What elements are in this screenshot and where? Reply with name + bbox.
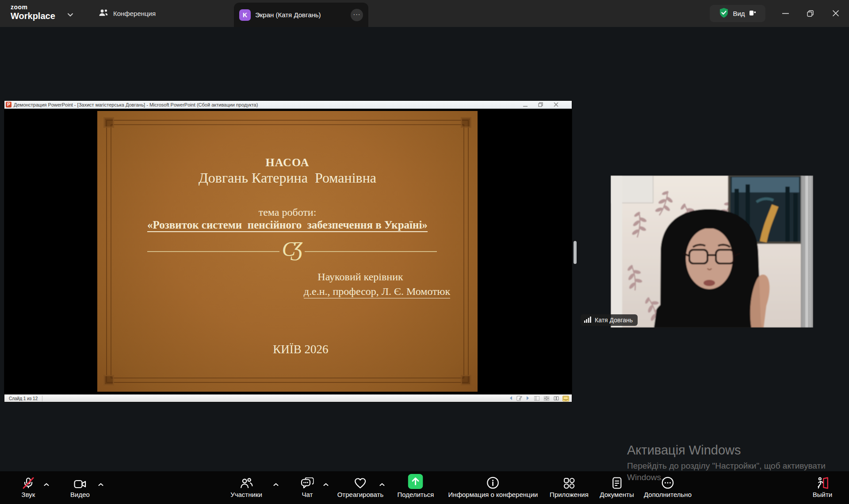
- participants-people-icon: [98, 8, 109, 19]
- apps-grid-icon: [563, 471, 575, 489]
- zoom-workplace-logo: zoom Workplace: [11, 4, 55, 21]
- logo-zoom-text: zoom: [11, 4, 55, 11]
- app-titlebar: zoom Workplace Конференция K Экран (Катя…: [0, 0, 849, 27]
- slide-counter: Слайд 1 из 12: [8, 396, 42, 401]
- layout-view-icon: [749, 10, 756, 18]
- slide-ornament-divider: CƷ: [147, 241, 437, 262]
- share-screen-button-label: Поделиться: [398, 491, 434, 498]
- tab-meeting-label: Конференция: [113, 10, 156, 17]
- view-button-label: Вид: [733, 10, 745, 17]
- meeting-info-button-label: Информация о конференции: [448, 491, 538, 498]
- frame-corner-ornament: [461, 375, 471, 386]
- powerpoint-window-title: Демонстрация PowerPoint - [Захист магіст…: [14, 102, 258, 107]
- ppt-close-button[interactable]: [554, 101, 558, 109]
- security-shield-icon: [719, 8, 729, 19]
- slide-sorter-view-button[interactable]: [543, 396, 550, 401]
- leave-button[interactable]: Выйти: [813, 471, 832, 504]
- view-button[interactable]: Вид: [710, 5, 765, 22]
- participant-video-feed: [611, 176, 813, 328]
- tab-more-options-icon[interactable]: ···: [351, 9, 363, 21]
- tab-screen-label: Экран (Катя Довгань): [255, 11, 321, 19]
- slide: НАСОА Довгань Катерина Романівна тема ро…: [97, 111, 478, 392]
- participant-name-label: Катя Довгань: [581, 314, 638, 326]
- slide-university-abbr: НАСОА: [97, 156, 478, 169]
- documents-button-label: Документы: [600, 491, 634, 498]
- share-screen-button[interactable]: Поделиться: [398, 471, 434, 504]
- document-icon: [612, 471, 622, 489]
- participant-video-tile[interactable]: Катя Довгань: [611, 176, 813, 328]
- participants-options-chevron-icon[interactable]: [273, 480, 279, 488]
- audio-button-label: Звук: [22, 491, 35, 498]
- video-options-chevron-icon[interactable]: [98, 480, 104, 488]
- video-button-label: Видео: [70, 491, 90, 498]
- participants-button-label: Участники: [230, 491, 262, 498]
- calligraphic-ornament: CƷ: [279, 239, 305, 264]
- frame-corner-ornament: [103, 375, 114, 386]
- normal-view-button[interactable]: [533, 396, 540, 401]
- heart-react-icon: [354, 471, 367, 489]
- next-slide-button[interactable]: [525, 396, 530, 401]
- video-button[interactable]: Видео: [70, 471, 90, 504]
- powerpoint-statusbar: Слайд 1 из 12: [4, 394, 572, 402]
- slide-author-name: Довгань Катерина Романівна: [97, 170, 478, 186]
- chat-button-label: Чат: [302, 491, 313, 498]
- annotation-pen-button[interactable]: [516, 395, 522, 402]
- ppt-minimize-button[interactable]: [523, 101, 528, 109]
- slide-city-year: КИЇВ 2026: [261, 343, 340, 356]
- participants-icon: [240, 471, 253, 489]
- tab-screen-share[interactable]: K Экран (Катя Довгань) ···: [234, 3, 368, 27]
- more-button[interactable]: Дополнительно: [644, 471, 692, 504]
- presentation-stage: НАСОА Довгань Катерина Романівна тема ро…: [4, 109, 572, 394]
- participant-name-text: Катя Довгань: [595, 317, 633, 324]
- audio-options-chevron-icon[interactable]: [44, 480, 50, 488]
- window-minimize-button[interactable]: [778, 6, 793, 20]
- microphone-muted-icon: [22, 471, 34, 489]
- slideshow-view-button[interactable]: [562, 396, 569, 401]
- frame-corner-ornament: [103, 117, 114, 128]
- powerpoint-titlebar[interactable]: P Демонстрация PowerPoint - [Захист магі…: [4, 101, 572, 109]
- chat-bubble-icon: [301, 471, 314, 489]
- audio-button[interactable]: Звук: [22, 471, 35, 504]
- shared-screen-scrollbar[interactable]: [574, 241, 577, 264]
- apps-button[interactable]: Приложения: [550, 471, 589, 504]
- meeting-info-button[interactable]: Информация о конференции: [448, 471, 538, 504]
- more-button-label: Дополнительно: [644, 491, 692, 498]
- react-options-chevron-icon[interactable]: [379, 480, 385, 488]
- watermark-line1: Перейдіть до розділу "Настройки", щоб ак…: [627, 460, 826, 472]
- chat-button[interactable]: Чат: [301, 471, 314, 504]
- slide-theme-label: тема роботи:: [97, 206, 478, 218]
- camera-icon: [74, 471, 86, 489]
- tab-meeting[interactable]: Конференция: [92, 0, 162, 27]
- react-button[interactable]: Отреагировать: [337, 471, 384, 504]
- participants-button[interactable]: Участники: [230, 471, 262, 504]
- share-screen-icon: [408, 471, 423, 489]
- powerpoint-window: P Демонстрация PowerPoint - [Захист магі…: [4, 101, 572, 402]
- powerpoint-app-icon: P: [6, 102, 11, 107]
- frame-corner-ornament: [461, 117, 471, 128]
- apps-button-label: Приложения: [550, 491, 589, 498]
- slide-advisor-name: д.е.н., професор, Л. Є. Момотюк: [296, 286, 458, 298]
- slide-theme-title: «Розвиток системи пенсійного забезпеченн…: [97, 219, 478, 231]
- reading-view-button[interactable]: [553, 396, 559, 401]
- leave-button-label: Выйти: [813, 491, 832, 498]
- leave-meeting-icon: [816, 471, 829, 489]
- previous-slide-button[interactable]: [509, 396, 513, 401]
- logo-workplace-text: Workplace: [11, 11, 55, 21]
- documents-button[interactable]: Документы: [600, 471, 634, 504]
- react-button-label: Отреагировать: [337, 491, 384, 498]
- workspace-chevron-down-icon[interactable]: [67, 11, 73, 19]
- watermark-title: Активація Windows: [627, 443, 826, 458]
- divider-line-right: [305, 251, 437, 252]
- more-ellipsis-icon: [662, 471, 674, 489]
- connection-signal-bars-icon: [584, 317, 592, 324]
- slide-advisor-label: Науковий керівник: [287, 271, 433, 283]
- window-close-button[interactable]: [828, 6, 843, 20]
- screen-avatar-badge: K: [239, 9, 251, 21]
- meeting-toolbar: Звук Видео Участники 15 Чат Отреагироват…: [0, 471, 849, 504]
- info-icon: [487, 471, 499, 489]
- ppt-restore-button[interactable]: [538, 101, 543, 109]
- divider-line-left: [147, 251, 279, 252]
- chat-options-chevron-icon[interactable]: [323, 480, 329, 488]
- window-restore-button[interactable]: [803, 6, 818, 20]
